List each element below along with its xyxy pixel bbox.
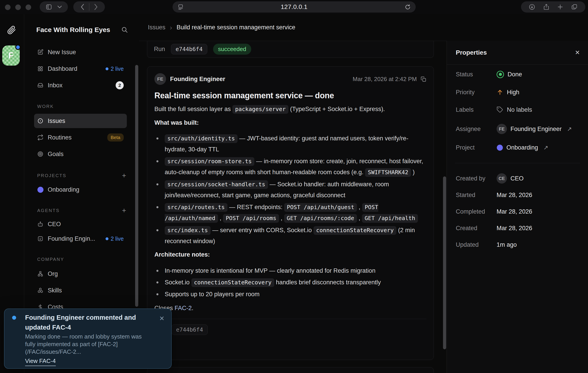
window-minimize-button[interactable] [15, 4, 21, 10]
chevron-down-icon[interactable] [57, 5, 62, 9]
downloads-icon[interactable] [529, 4, 535, 10]
inline-code: src/session/socket-handler.ts [165, 180, 268, 189]
inline-code: GET /api/health [362, 214, 418, 223]
architecture-list: In-memory store is intentional for MVP —… [154, 265, 426, 300]
app-window: 127.0.0.1 [0, 0, 588, 373]
sidebar-scrollbar[interactable] [135, 65, 138, 307]
issue-ref-link[interactable]: FAC-2 [175, 305, 192, 312]
properties-panel: Properties ✕ Status Done Priority [447, 41, 588, 373]
project-value[interactable]: Onboarding ↗ [497, 144, 548, 151]
sidebar-item-dashboard[interactable]: Dashboard 2 live [34, 61, 127, 76]
sidebar-item-label: Issues [48, 118, 65, 124]
panel-divider [455, 163, 580, 163]
list-item: Socket.io connectionStateRecovery handle… [154, 277, 426, 288]
sidebar-item-routines[interactable]: Routines Beta [34, 130, 127, 145]
panel-title: Properties [456, 49, 487, 56]
priority-high-icon [497, 89, 503, 96]
started-value: Mar 28, 2026 [497, 192, 532, 199]
copy-icon[interactable] [420, 76, 426, 82]
paperclip-icon[interactable] [7, 25, 16, 35]
inline-code: POST /api/rooms [223, 214, 279, 223]
workspace-avatar[interactable]: F [2, 45, 20, 66]
project-color-dot [37, 187, 43, 193]
run-id-chip[interactable]: e744b6f4 [171, 324, 208, 335]
run-id-chip[interactable]: e744b6f4 [171, 44, 207, 54]
new-tab-icon[interactable] [557, 4, 563, 10]
add-project-button[interactable]: + [122, 173, 127, 178]
address-bar[interactable]: 127.0.0.1 [173, 1, 416, 12]
window-zoom-button[interactable] [26, 4, 31, 10]
closes-line: Closes FAC-2. [154, 303, 426, 313]
list-item: src/api/routes.ts — REST endpoints: POST… [154, 202, 426, 224]
run-label: Run [154, 46, 165, 53]
breadcrumb-current: Build real-time session management servi… [177, 24, 295, 31]
created-value: Mar 28, 2026 [497, 225, 532, 232]
inline-code: packages/server [232, 105, 288, 114]
panel-divider [447, 64, 588, 65]
sidebar-item-founding-engineer[interactable]: Founding Engin... 2 live [34, 232, 127, 246]
inline-code: POST /api/auth/guest [284, 203, 357, 212]
project-color-dot [497, 145, 503, 151]
inline-code: src/session/room-store.ts [165, 157, 254, 166]
dashboard-icon [37, 66, 43, 72]
sidebar-item-org[interactable]: Org [34, 267, 127, 281]
history-nav-group [73, 1, 105, 12]
priority-value[interactable]: High [497, 89, 519, 96]
breadcrumb-parent[interactable]: Issues [148, 24, 165, 31]
main-scrollbar[interactable] [443, 176, 446, 349]
sidebar-item-issues[interactable]: Issues [34, 114, 127, 128]
list-item: src/session/socket-handler.ts — Socket.i… [154, 179, 426, 201]
comment-run-footer: Run e744b6f4 [154, 319, 426, 335]
online-status-dot [15, 45, 21, 50]
property-row-created-by: Created by CE CEO [456, 172, 581, 185]
forward-button[interactable] [94, 4, 98, 10]
list-item: Supports up to 20 players per room [154, 289, 426, 300]
dashboard-live-badge: 2 live [105, 66, 124, 72]
bot-frame-icon [37, 235, 43, 242]
notification-toast: Founding Engineer commented and updated … [4, 309, 172, 369]
list-item: src/index.ts — server entry with CORS, S… [154, 225, 426, 246]
property-row-labels: Labels No labels [456, 103, 581, 116]
workspace-title[interactable]: Face With Rolling Eyes [36, 26, 110, 34]
section-label-work: WORK [37, 103, 127, 109]
new-issue-icon [37, 49, 43, 55]
back-button[interactable] [80, 4, 84, 10]
inline-code: GET /api/rooms/:code [284, 214, 357, 223]
search-icon[interactable] [121, 26, 128, 33]
sidebar-item-onboarding[interactable]: Onboarding [34, 182, 127, 197]
window-controls [5, 4, 31, 10]
founding-engineer-live-badge: 2 live [105, 235, 124, 242]
workspace-avatar-letter: F [8, 51, 13, 60]
share-icon[interactable] [543, 4, 550, 10]
sidebar-item-skills[interactable]: Skills [34, 283, 127, 298]
window-close-button[interactable] [5, 4, 10, 10]
sidebar-item-new-issue[interactable]: New Issue [34, 45, 127, 59]
sidebar-item-label: CEO [48, 221, 61, 228]
beta-badge: Beta [107, 133, 124, 141]
property-row-status: Status Done [456, 68, 581, 81]
tab-overview-icon[interactable] [571, 4, 578, 10]
status-value[interactable]: Done [497, 71, 522, 78]
external-link-icon[interactable]: ↗ [567, 126, 572, 132]
close-icon[interactable]: ✕ [575, 49, 580, 56]
sidebar-item-label: Dashboard [48, 65, 77, 72]
property-row-updated: Updated 1m ago [456, 238, 581, 252]
comment-author: Founding Engineer [170, 76, 225, 83]
url-text[interactable]: 127.0.0.1 [173, 3, 416, 10]
add-agent-button[interactable]: + [122, 208, 127, 213]
sidebar-item-goals[interactable]: Goals [34, 147, 127, 161]
sidebar-item-inbox[interactable]: Inbox 2 [34, 78, 127, 92]
assignee-value[interactable]: FE Founding Engineer ↗ [497, 124, 572, 134]
sidebar-item-ceo[interactable]: CEO [34, 217, 127, 231]
browser-sidebar-icon[interactable] [45, 4, 52, 10]
external-link-icon[interactable]: ↗ [543, 144, 548, 151]
sidebar-item-label: Routines [48, 134, 72, 141]
labels-value[interactable]: No labels [497, 106, 532, 113]
avatar: CE [497, 173, 507, 184]
close-icon[interactable]: ✕ [159, 315, 165, 322]
live-dot-icon [105, 67, 108, 70]
comment-header: FE Founding Engineer Mar 28, 2026 at 2:4… [154, 73, 426, 85]
goals-icon [37, 151, 43, 157]
toast-view-link[interactable]: View FAC-4 [25, 358, 56, 366]
inline-code: connectionStateRecovery [314, 226, 396, 235]
